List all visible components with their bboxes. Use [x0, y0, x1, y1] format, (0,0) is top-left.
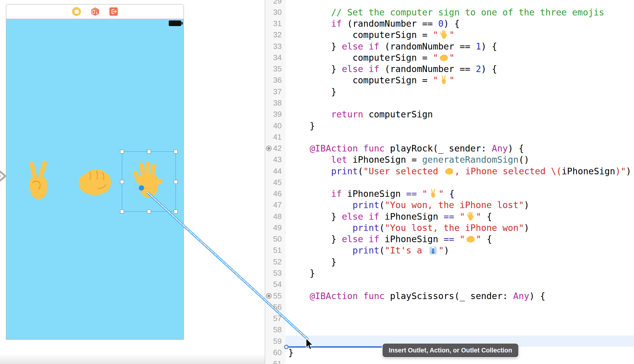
- victory-hand-emoji[interactable]: [23, 158, 53, 205]
- line-number[interactable]: 43: [265, 155, 286, 164]
- line-number[interactable]: 53: [265, 269, 286, 278]
- code-line[interactable]: 30 // Set the computer sign to one of th…: [265, 7, 634, 18]
- line-number[interactable]: 51: [265, 246, 286, 255]
- code-line[interactable]: 53 }: [265, 267, 634, 279]
- code-text: }: [286, 121, 315, 131]
- view-controller-icon[interactable]: [72, 7, 81, 16]
- code-text: // Set the computer sign to one of the t…: [286, 7, 604, 17]
- line-number[interactable]: 32: [265, 30, 286, 39]
- line-number[interactable]: 35: [265, 64, 286, 74]
- battery-icon: [169, 20, 181, 26]
- code-line[interactable]: 37 }: [265, 86, 634, 97]
- line-number[interactable]: 61: [265, 359, 286, 364]
- code-line[interactable]: 33 } else if (randomNumber == 1) {: [265, 41, 634, 52]
- line-number[interactable]: 41: [265, 132, 286, 142]
- code-line[interactable]: 29: [265, 0, 634, 7]
- code-line[interactable]: 49 print("You lost, the iPhone won"): [265, 222, 634, 233]
- resize-handle[interactable]: [147, 210, 151, 213]
- code-line[interactable]: 43 let iPhoneSign = generateRandomSign(): [265, 154, 634, 165]
- line-number[interactable]: 54: [265, 280, 286, 289]
- line-number[interactable]: 29: [265, 0, 286, 6]
- code-line[interactable]: 54: [265, 279, 634, 290]
- resize-handle[interactable]: [120, 180, 124, 184]
- connection-tooltip: Insert Outlet, Action, or Outlet Collect…: [383, 344, 518, 357]
- code-text: } else if iPhoneSign == "" {: [286, 211, 492, 222]
- code-text: print("You won, the iPhone lost"): [286, 200, 529, 210]
- line-number[interactable]: 33: [265, 42, 286, 51]
- code-line[interactable]: 39 return computerSign: [265, 109, 634, 120]
- line-number[interactable]: 48: [265, 212, 286, 221]
- line-number[interactable]: 60: [265, 348, 286, 357]
- ibaction-connection-circle[interactable]: [266, 293, 272, 299]
- code-line[interactable]: 44 print("User selected , iPhone selecte…: [265, 165, 634, 177]
- code-text: } else if (randomNumber == 1) {: [286, 41, 497, 52]
- line-number[interactable]: 46: [265, 189, 286, 198]
- code-line[interactable]: 42 @IBAction func playRock(_ sender: Any…: [265, 143, 634, 154]
- code-line[interactable]: 31 if (randomNumber == 0) {: [265, 18, 634, 29]
- first-responder-icon[interactable]: 1: [91, 7, 99, 16]
- svg-text:1: 1: [96, 11, 98, 15]
- code-text: }: [286, 257, 337, 267]
- code-text: if (randomNumber == 0) {: [286, 18, 460, 29]
- code-text: @IBAction func playScissors(_ sender: An…: [286, 291, 545, 301]
- line-number[interactable]: 34: [265, 53, 286, 62]
- view-controller-scene[interactable]: 1: [6, 4, 184, 340]
- code-text: } else if iPhoneSign == "" {: [286, 234, 492, 244]
- code-line[interactable]: 55 @IBAction func playScissors(_ sender:…: [265, 290, 634, 301]
- line-number[interactable]: 59: [265, 337, 286, 346]
- source-editor[interactable]: 2930 // Set the computer sign to one of …: [265, 0, 634, 364]
- line-number[interactable]: 58: [265, 325, 286, 334]
- code-line[interactable]: 41: [265, 131, 634, 143]
- fist-emoji[interactable]: [75, 165, 114, 199]
- line-number[interactable]: 47: [265, 200, 286, 210]
- line-number[interactable]: 45: [265, 178, 286, 187]
- line-number[interactable]: 36: [265, 76, 286, 85]
- fist-emoji: [466, 234, 475, 244]
- necktie-emoji: [428, 245, 438, 255]
- line-number[interactable]: 50: [265, 234, 286, 244]
- selection-rectangle[interactable]: [122, 151, 176, 212]
- resize-handle[interactable]: [147, 150, 151, 154]
- code-line[interactable]: 34 computerSign = "": [265, 52, 634, 63]
- exit-icon[interactable]: [109, 7, 118, 16]
- code-line[interactable]: 38: [265, 97, 634, 108]
- resize-handle[interactable]: [120, 210, 124, 213]
- code-text: computerSign = "": [286, 30, 455, 40]
- code-line[interactable]: 48 } else if iPhoneSign == "" {: [265, 211, 634, 222]
- code-line[interactable]: 45: [265, 177, 634, 188]
- code-line[interactable]: 61: [265, 358, 634, 364]
- code-line[interactable]: 46 if iPhoneSign == "" {: [265, 188, 634, 199]
- code-line[interactable]: 57: [265, 313, 634, 324]
- storyboard-canvas[interactable]: 1: [0, 0, 265, 364]
- code-line[interactable]: 52 }: [265, 256, 634, 267]
- line-number[interactable]: 44: [265, 167, 286, 176]
- line-number[interactable]: 39: [265, 110, 286, 119]
- code-text: print("User selected , iPhone selected \…: [286, 166, 631, 176]
- line-number[interactable]: 30: [265, 8, 286, 17]
- line-number[interactable]: 49: [265, 223, 286, 232]
- code-line[interactable]: 35 } else if (randomNumber == 2) {: [265, 63, 634, 75]
- code-text: @IBAction func playRock(_ sender: Any) {: [286, 143, 524, 154]
- line-number[interactable]: 40: [265, 121, 286, 130]
- code-line[interactable]: 58: [265, 324, 634, 336]
- resize-handle[interactable]: [174, 150, 178, 154]
- mouse-cursor: [305, 338, 314, 350]
- resize-handle[interactable]: [174, 180, 178, 184]
- line-number[interactable]: 52: [265, 257, 286, 266]
- code-line[interactable]: 36 computerSign = "": [265, 75, 634, 86]
- code-line[interactable]: 47 print("You won, the iPhone lost"): [265, 199, 634, 211]
- line-number[interactable]: 31: [265, 19, 286, 28]
- code-line[interactable]: 50 } else if iPhoneSign == "" {: [265, 234, 634, 245]
- code-text: print("It's a "): [286, 245, 449, 256]
- code-line[interactable]: 40 }: [265, 120, 634, 131]
- resize-handle[interactable]: [120, 150, 124, 154]
- line-number[interactable]: 37: [265, 87, 286, 96]
- code-line[interactable]: 32 computerSign = "": [265, 29, 634, 41]
- line-number[interactable]: 38: [265, 98, 286, 108]
- code-line[interactable]: 51 print("It's a "): [265, 245, 634, 256]
- code-text: print("You lost, the iPhone won"): [286, 223, 529, 233]
- victory-emoji: [428, 189, 438, 199]
- code-text: return computerSign: [286, 109, 433, 119]
- resize-handle[interactable]: [174, 210, 178, 213]
- code-line[interactable]: 56: [265, 301, 634, 313]
